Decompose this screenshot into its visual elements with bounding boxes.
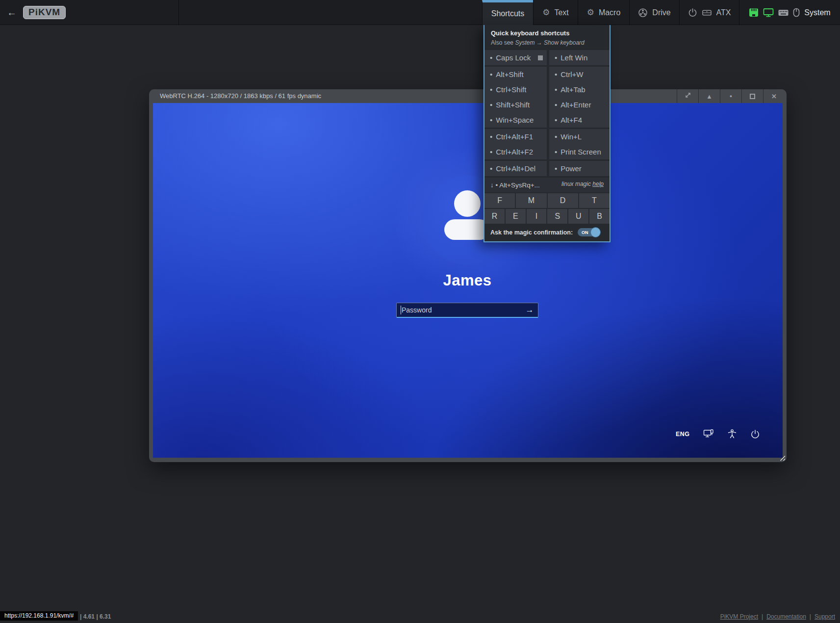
- dot-icon: ●: [730, 94, 732, 99]
- password-field-container: →: [396, 303, 538, 318]
- password-submit-button[interactable]: →: [523, 304, 536, 316]
- tab-drive[interactable]: Drive: [629, 0, 679, 25]
- sysrq-hint: linux magic help: [561, 181, 604, 187]
- sysrq-key-t[interactable]: T: [579, 193, 610, 208]
- diagonal-arrows-icon: [685, 92, 691, 101]
- network-icon[interactable]: [703, 429, 714, 439]
- shortcut-ctrl-alt-f1[interactable]: • Ctrl+Alt+F1: [484, 129, 547, 144]
- power-icon: [688, 8, 697, 17]
- shortcuts-menu-header: Quick keyboard shortcuts Also see System…: [484, 25, 610, 50]
- capslock-led-indicator: [538, 55, 543, 60]
- nav-left-section: ← PiKVM: [0, 0, 179, 25]
- original-size-button[interactable]: ●: [720, 89, 741, 103]
- stream-window-controls: ▲ ● ✕: [677, 89, 785, 103]
- sysrq-key-i[interactable]: I: [527, 209, 547, 224]
- shortcuts-menu-title: Quick keyboard shortcuts: [491, 29, 603, 37]
- shortcut-power[interactable]: • Power: [549, 161, 610, 176]
- shortcut-win-l[interactable]: • Win+L: [549, 129, 610, 144]
- sysrq-key-u[interactable]: U: [568, 209, 588, 224]
- pikvm-logo[interactable]: PiKVM: [23, 6, 66, 19]
- tab-macro-label: Macro: [599, 8, 620, 17]
- tab-system[interactable]: System: [739, 0, 840, 25]
- gear-icon: ⚙: [542, 8, 550, 17]
- language-indicator[interactable]: ENG: [676, 431, 690, 438]
- keyboard-status-icon: [778, 9, 789, 16]
- magic-confirmation-row: Ask the magic confirmation: ON: [484, 224, 610, 241]
- drive-reel-icon: [638, 8, 648, 18]
- close-window-button[interactable]: ✕: [763, 89, 785, 103]
- tab-shortcuts[interactable]: Shortcuts: [482, 0, 533, 25]
- tab-macro[interactable]: ⚙ Macro: [578, 0, 629, 25]
- remote-screen[interactable]: James → ENG: [153, 103, 783, 458]
- sysrq-section-header: ↓ • Alt+SysRq+... linux magic help: [484, 178, 610, 192]
- stream-window: WebRTC H.264 - 1280x720 / 1863 kbps / 61…: [149, 89, 787, 462]
- shortcut-alt-tab[interactable]: • Alt+Tab: [549, 82, 610, 97]
- shortcut-left-win[interactable]: • Left Win: [549, 50, 610, 65]
- password-input[interactable]: [397, 303, 525, 316]
- magic-confirmation-toggle[interactable]: ON: [578, 228, 600, 236]
- sysrq-key-e[interactable]: E: [506, 209, 526, 224]
- sysrq-keys-row-1: F M D T: [484, 193, 610, 208]
- top-menu-bar: ← PiKVM Shortcuts ⚙ Text ⚙ Macro: [0, 0, 840, 25]
- sysrq-key-d[interactable]: D: [548, 193, 578, 208]
- login-bottom-tray: ENG: [676, 429, 760, 439]
- shortcut-alt-f4[interactable]: • Alt+F4: [549, 112, 610, 128]
- shortcut-shift-shift[interactable]: • Shift+Shift: [484, 97, 547, 112]
- shortcuts-right-column: • Left Win • Ctrl+W • Alt+Tab •: [549, 50, 610, 176]
- toggle-knob: [590, 227, 601, 237]
- mouse-status-icon: [793, 8, 800, 17]
- ethernet-status-icon: [749, 8, 759, 17]
- shortcuts-dropdown-menu: Quick keyboard shortcuts Also see System…: [484, 25, 611, 242]
- triangle-icon: ▲: [706, 93, 713, 100]
- magic-confirmation-label: Ask the magic confirmation:: [490, 229, 573, 236]
- sysrq-help-link[interactable]: help: [592, 181, 604, 187]
- sysrq-key-m[interactable]: M: [516, 193, 546, 208]
- status-url-tooltip: https://192.168.1.91/kvm/#: [0, 611, 78, 621]
- tab-drive-label: Drive: [652, 8, 670, 17]
- server-case-icon: [702, 9, 712, 17]
- square-icon: [750, 94, 755, 99]
- shortcuts-table: • Caps Lock • Alt+Shift • Ctrl+Shift: [484, 50, 610, 176]
- sysrq-keys-row-2: R E I S U B: [484, 209, 610, 224]
- fullscreen-button[interactable]: ▲: [698, 89, 720, 103]
- down-arrow-icon: ↓: [490, 182, 494, 189]
- sysrq-key-b[interactable]: B: [589, 209, 610, 224]
- tab-text[interactable]: ⚙ Text: [533, 0, 578, 25]
- back-arrow-icon[interactable]: ←: [7, 7, 17, 18]
- shortcut-alt-enter[interactable]: • Alt+Enter: [549, 97, 610, 112]
- sysrq-key-s[interactable]: S: [547, 209, 567, 224]
- shortcut-print-screen[interactable]: • Print Screen: [549, 144, 610, 159]
- stream-window-title[interactable]: WebRTC H.264 - 1280x720 / 1863 kbps / 61…: [160, 89, 321, 103]
- accessibility-icon[interactable]: [727, 429, 737, 439]
- support-link[interactable]: Support: [815, 613, 835, 620]
- submit-arrow-icon: →: [526, 305, 534, 315]
- shortcut-alt-shift[interactable]: • Alt+Shift: [484, 67, 547, 82]
- shortcut-ctrl-shift[interactable]: • Ctrl+Shift: [484, 82, 547, 97]
- close-icon: ✕: [771, 93, 777, 100]
- shortcut-ctrl-alt-f2[interactable]: • Ctrl+Alt+F2: [484, 144, 547, 159]
- tab-system-label: System: [804, 8, 830, 17]
- power-icon[interactable]: [750, 429, 760, 439]
- sysrq-key-f[interactable]: F: [484, 193, 515, 208]
- footer-links: PiKVM Project|Documentation|Support: [719, 613, 837, 620]
- status-metrics: | 4.61 | 6.31: [80, 613, 111, 620]
- shortcut-ctrl-alt-del[interactable]: • Ctrl+Alt+Del: [484, 161, 547, 176]
- tab-atx[interactable]: ATX: [679, 0, 739, 25]
- login-username: James: [350, 272, 585, 289]
- pikvm-project-link[interactable]: PiKVM Project: [720, 613, 758, 620]
- text-caret: [401, 306, 401, 314]
- documentation-link[interactable]: Documentation: [766, 613, 806, 620]
- shortcuts-menu-subtitle: Also see System → Show keyboard: [491, 39, 603, 46]
- resize-expand-button[interactable]: [677, 89, 698, 103]
- tab-text-label: Text: [554, 8, 568, 17]
- tab-shortcuts-label: Shortcuts: [491, 9, 525, 18]
- gear-icon: ⚙: [587, 8, 594, 17]
- tab-atx-label: ATX: [716, 8, 731, 17]
- shortcut-caps-lock[interactable]: • Caps Lock: [484, 50, 547, 65]
- avatar-head-shape: [454, 190, 481, 217]
- monitor-status-icon: [763, 8, 774, 17]
- shortcut-ctrl-w[interactable]: • Ctrl+W: [549, 67, 610, 82]
- shortcut-win-space[interactable]: • Win+Space: [484, 112, 547, 128]
- sysrq-key-r[interactable]: R: [484, 209, 505, 224]
- maximize-button[interactable]: [741, 89, 763, 103]
